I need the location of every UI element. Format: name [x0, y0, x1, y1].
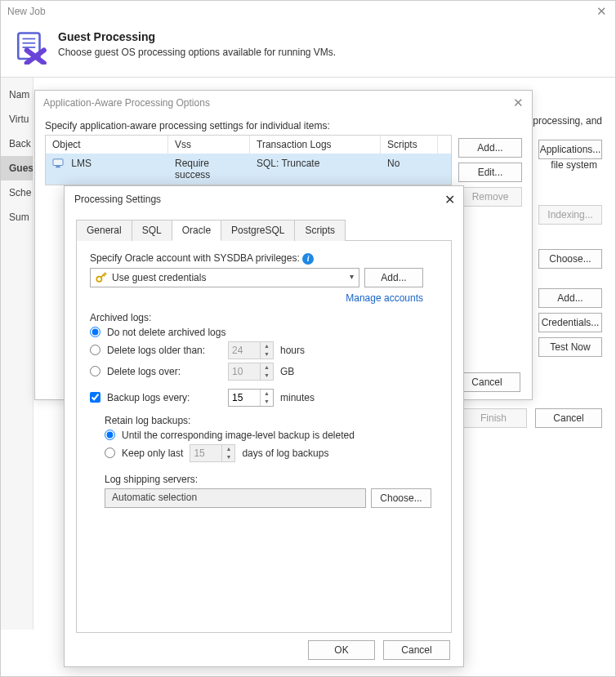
key-icon — [96, 272, 107, 283]
close-icon[interactable]: ✕ — [596, 4, 607, 19]
older-than-spinner: ▲▼ — [228, 341, 274, 359]
new-job-title: New Job — [7, 6, 46, 17]
appaware-edit-button[interactable]: Edit... — [458, 163, 522, 182]
nav-item-summary[interactable]: Sum — [1, 205, 33, 229]
radio-logs-over-input[interactable] — [90, 366, 100, 376]
col-tlogs[interactable]: Transaction Logs — [250, 136, 381, 154]
cell-vss: Require success — [168, 154, 250, 185]
finish-button[interactable]: Finish — [460, 408, 527, 428]
manage-accounts-link[interactable]: Manage accounts — [346, 292, 423, 304]
svg-point-6 — [96, 276, 101, 281]
backup-every-spinner[interactable]: ▲▼ — [228, 389, 274, 407]
close-icon[interactable]: ✕ — [444, 192, 455, 207]
close-icon[interactable]: ✕ — [513, 96, 524, 110]
processing-settings-window: Processing Settings ✕ General SQL Oracle… — [64, 185, 464, 667]
older-than-unit: hours — [280, 345, 305, 356]
svg-rect-4 — [53, 159, 63, 166]
credentials-button[interactable]: Credentials... — [538, 313, 602, 332]
radio-older-than-input[interactable] — [90, 345, 100, 355]
credentials-combo[interactable]: Use guest credentials ▾ — [90, 268, 359, 287]
checkbox-backup-every[interactable] — [90, 392, 100, 403]
backup-every-value[interactable] — [229, 392, 258, 403]
nav-item-schedule[interactable]: Sche — [1, 180, 33, 205]
spin-up-icon: ▲ — [261, 342, 273, 350]
nav-item-guest[interactable]: Gues — [1, 156, 33, 180]
radio-keep-only-last-label: Keep only last — [122, 448, 183, 459]
vm-icon — [52, 158, 64, 168]
procsettings-titlebar: Processing Settings ✕ — [65, 186, 463, 212]
svg-rect-5 — [56, 166, 60, 167]
tab-sql[interactable]: SQL — [132, 220, 172, 241]
logs-over-value — [229, 366, 258, 377]
logship-choose-button[interactable]: Choose... — [371, 488, 431, 508]
tabstrip: General SQL Oracle PostgreSQL Scripts — [76, 219, 452, 241]
appaware-add-button[interactable]: Add... — [458, 138, 522, 158]
guest-processing-icon — [14, 30, 48, 65]
appaware-remove-button[interactable]: Remove — [458, 187, 522, 207]
logship-label: Log shipping servers: — [105, 474, 438, 485]
checkbox-backup-every-label: Backup logs every: — [107, 392, 221, 403]
nav-item-virtual[interactable]: Virtu — [1, 107, 33, 131]
oracle-account-label: Specify Oracle account with SYSDBA privi… — [90, 252, 438, 265]
credentials-add-button[interactable]: Add... — [364, 268, 423, 287]
radio-until-deleted[interactable]: Until the corresponding image-level back… — [105, 430, 438, 441]
spin-down-icon[interactable]: ▼ — [261, 398, 273, 406]
spin-down-icon: ▼ — [261, 350, 273, 359]
info-icon[interactable]: i — [302, 253, 314, 265]
page-subtitle: Choose guest OS processing options avail… — [58, 47, 336, 58]
col-object[interactable]: Object — [46, 136, 168, 154]
add-button[interactable]: Add... — [538, 288, 602, 308]
cell-tlogs: SQL: Truncate — [250, 154, 381, 185]
app-aware-title: Application-Aware Processing Options — [43, 97, 210, 109]
choose-button[interactable]: Choose... — [538, 249, 602, 269]
procsettings-title: Processing Settings — [74, 194, 161, 205]
bg-filesystem-label: file system — [551, 159, 597, 171]
ok-button[interactable]: OK — [308, 640, 375, 660]
archived-logs-label: Archived logs: — [90, 312, 438, 323]
tab-general[interactable]: General — [76, 220, 132, 241]
radio-do-not-delete-input[interactable] — [90, 327, 100, 337]
older-than-value — [229, 345, 258, 356]
spin-down-icon: ▼ — [261, 372, 273, 380]
test-now-button[interactable]: Test Now — [538, 337, 602, 357]
radio-do-not-delete[interactable]: Do not delete archived logs — [90, 327, 438, 338]
tab-content-oracle: Specify Oracle account with SYSDBA privi… — [76, 241, 452, 633]
retain-label: Retain log backups: — [105, 415, 438, 426]
app-aware-titlebar: Application-Aware Processing Options ✕ — [35, 91, 532, 115]
keep-only-last-spinner: ▲▼ — [190, 444, 235, 462]
spin-up-icon: ▲ — [261, 363, 273, 372]
radio-keep-only-last-input[interactable] — [105, 448, 115, 458]
cell-scripts: No — [381, 154, 438, 185]
app-aware-table: Object Vss Transaction Logs Scripts LMS … — [45, 135, 452, 185]
bg-text-right: processing, and — [533, 115, 602, 127]
keep-only-last-value — [190, 448, 220, 459]
new-job-titlebar: New Job ✕ — [1, 1, 615, 22]
credentials-value: Use guest credentials — [112, 272, 206, 283]
tab-scripts[interactable]: Scripts — [294, 220, 346, 241]
tab-postgresql[interactable]: PostgreSQL — [221, 220, 295, 241]
indexing-button[interactable]: Indexing... — [538, 205, 602, 225]
radio-logs-over-label: Delete logs over: — [107, 366, 221, 377]
backup-every-unit: minutes — [280, 392, 315, 403]
keep-only-last-unit: days of log backups — [242, 448, 328, 459]
nav-item-backup[interactable]: Back — [1, 131, 33, 156]
tab-oracle[interactable]: Oracle — [172, 220, 221, 241]
applications-button[interactable]: Applications... — [538, 140, 602, 159]
logship-value: Automatic selection — [105, 488, 366, 508]
col-vss[interactable]: Vss — [168, 136, 250, 154]
table-row[interactable]: LMS Require success SQL: Truncate No — [46, 154, 451, 185]
nav-item-name[interactable]: Nam — [1, 82, 33, 107]
radio-older-than-label: Delete logs older than: — [107, 345, 221, 356]
spin-down-icon: ▼ — [222, 453, 234, 461]
logs-over-unit: GB — [280, 366, 294, 377]
newjob-cancel-button[interactable]: Cancel — [535, 408, 602, 428]
wizard-nav: Nam Virtu Back Gues Sche Sum — [1, 78, 33, 630]
col-scripts[interactable]: Scripts — [381, 136, 438, 154]
spin-up-icon: ▲ — [222, 445, 234, 453]
page-title: Guest Processing — [58, 30, 336, 43]
spin-up-icon[interactable]: ▲ — [261, 390, 273, 398]
procsettings-cancel-button[interactable]: Cancel — [383, 640, 450, 660]
radio-until-deleted-input[interactable] — [105, 430, 115, 440]
logs-over-spinner: ▲▼ — [228, 363, 274, 381]
cell-object: LMS — [71, 158, 92, 169]
